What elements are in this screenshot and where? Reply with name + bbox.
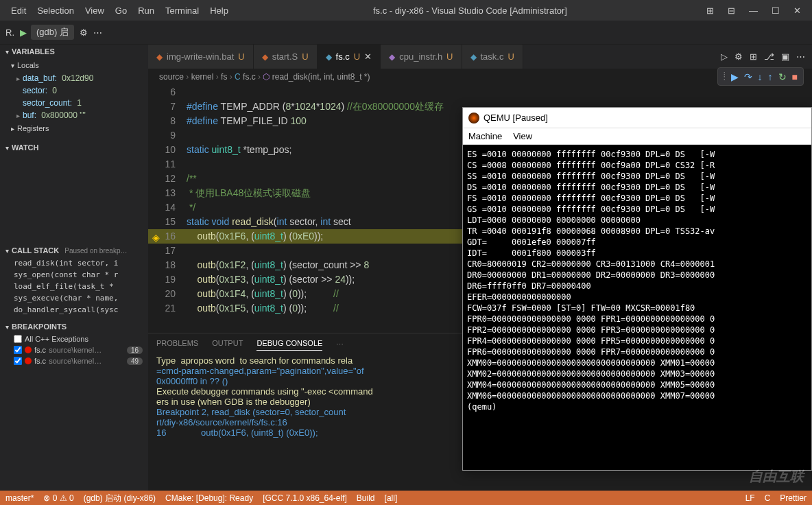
panel-tab-problems[interactable]: PROBLEMS: [156, 339, 198, 351]
status-item[interactable]: Prettier: [780, 493, 807, 503]
qemu-menu-machine[interactable]: Machine: [468, 131, 502, 141]
maximize-icon[interactable]: ☐: [772, 5, 780, 16]
breadcrumb[interactable]: source › kernel › fs › C fs.c › ⬡ read_d…: [148, 69, 812, 85]
menu-terminal[interactable]: Terminal: [160, 5, 204, 16]
step-over-icon[interactable]: ↷: [744, 71, 752, 82]
breakpoint-item[interactable]: fs.c source\kernel…49: [0, 355, 148, 366]
continue-icon[interactable]: ▶: [731, 71, 739, 82]
more-icon[interactable]: ⋯: [796, 51, 805, 62]
breadcrumb-item[interactable]: source: [159, 72, 184, 82]
status-item[interactable]: master*: [5, 493, 34, 503]
breakpoint-allcpp[interactable]: All C++ Exceptions: [0, 333, 148, 344]
grip-icon[interactable]: ⦙: [724, 71, 726, 82]
run-label: R.: [5, 27, 14, 38]
menu-run[interactable]: Run: [132, 5, 160, 16]
close-icon[interactable]: ✕: [793, 5, 801, 16]
menu-view[interactable]: View: [80, 5, 110, 16]
menu-selection[interactable]: Selection: [32, 5, 79, 16]
variable-item[interactable]: ▸buf: 0x800000 "": [0, 109, 148, 121]
statusbar: master*⊗ 0 ⚠ 0(gdb) 启动 (diy-x86)CMake: […: [0, 491, 812, 505]
layout-icon[interactable]: ▣: [781, 51, 789, 62]
status-item[interactable]: LF: [745, 493, 755, 503]
qemu-titlebar[interactable]: QEMU [Paused]: [463, 108, 811, 128]
watch-header[interactable]: ▾WATCH: [0, 141, 148, 154]
status-item[interactable]: [all]: [385, 493, 398, 503]
checkbox[interactable]: [14, 335, 22, 343]
window-controls: ⊞ ⊟ — ☐ ✕: [706, 5, 807, 16]
git-icon[interactable]: ⎇: [764, 51, 774, 62]
more-icon[interactable]: ⋯: [336, 340, 344, 349]
gear-icon[interactable]: ⚙: [80, 27, 88, 38]
panel-tab-debug console[interactable]: DEBUG CONSOLE: [256, 339, 322, 351]
stack-frame[interactable]: sys_open(const char * r: [0, 269, 148, 281]
registers-header[interactable]: ▸Registers: [0, 121, 148, 135]
breadcrumb-item[interactable]: fs: [221, 72, 227, 82]
breadcrumb-item[interactable]: C fs.c: [235, 72, 256, 82]
minimize-icon[interactable]: —: [749, 5, 758, 16]
status-item[interactable]: C: [765, 493, 771, 503]
code-line[interactable]: 6: [148, 85, 812, 99]
debug-config[interactable]: (gdb) 启: [31, 25, 74, 40]
tab-fs.c[interactable]: ◆fs.cU✕: [318, 45, 381, 69]
debug-run-toolbar: R. ▶ (gdb) 启 ⚙ ⋯: [0, 21, 812, 45]
status-item[interactable]: CMake: [Debug]: Ready: [165, 493, 253, 503]
callstack-header[interactable]: ▾CALL STACKPaused on breakp…: [0, 244, 148, 257]
menu-go[interactable]: Go: [110, 5, 132, 16]
tab-actions: ▷ ⚙ ⊞ ⎇ ▣ ⋯: [714, 45, 812, 69]
tab-start.S[interactable]: ◆start.SU: [254, 45, 318, 69]
variables-header[interactable]: ▾VARIABLES: [0, 45, 148, 58]
layout-icon[interactable]: ⊞: [706, 5, 714, 16]
qemu-menubar: Machine View: [463, 128, 811, 145]
breakpoints-header[interactable]: ▾BREAKPOINTS: [0, 320, 148, 333]
menubar: EditSelectionViewGoRunTerminalHelp fs.c …: [0, 0, 812, 21]
tab-img-write-win.bat[interactable]: ◆img-write-win.batU: [148, 45, 254, 69]
stack-frame[interactable]: load_elf_file(task_t *: [0, 281, 148, 292]
stack-frame[interactable]: sys_execve(char * name,: [0, 292, 148, 304]
gear-icon[interactable]: ⚙: [735, 51, 743, 62]
variable-item[interactable]: ▸sector_count: 1: [0, 97, 148, 109]
sidebar: ▾VARIABLES ▾Locals ▸data_buf: 0x12d90 ▸s…: [0, 45, 148, 491]
split-icon[interactable]: ⊞: [750, 51, 757, 62]
variable-item[interactable]: ▸sector: 0: [0, 84, 148, 97]
breadcrumb-item[interactable]: ⬡ read_disk(int, int, uint8_t *): [263, 72, 370, 82]
panel-tab-output[interactable]: OUTPUT: [212, 339, 243, 351]
restart-icon[interactable]: ↻: [778, 71, 787, 82]
layout-icon[interactable]: ⊟: [728, 5, 735, 16]
status-item[interactable]: (gdb) 启动 (diy-x86): [84, 493, 156, 504]
menu-edit[interactable]: Edit: [5, 5, 32, 16]
variable-item[interactable]: ▸data_buf: 0x12d90: [0, 72, 148, 84]
locals-header[interactable]: ▾Locals: [0, 58, 148, 72]
qemu-menu-view[interactable]: View: [513, 131, 532, 141]
debug-floating-toolbar: ⦙ ▶ ↷ ↓ ↑ ↻ ■: [717, 67, 804, 86]
qemu-window: QEMU [Paused] Machine View ES =0010 0000…: [462, 107, 812, 471]
status-item[interactable]: ⊗ 0 ⚠ 0: [43, 493, 73, 503]
breakpoint-item[interactable]: fs.c source\kernel…16: [0, 344, 148, 355]
status-item[interactable]: [GCC 7.1.0 x86_64-elf]: [263, 493, 347, 503]
tabs: ◆img-write-win.batU◆start.SU◆fs.cU✕◆cpu_…: [148, 45, 812, 69]
qemu-icon: [468, 113, 479, 124]
step-out-icon[interactable]: ↑: [768, 71, 773, 82]
menu-help[interactable]: Help: [204, 5, 234, 16]
window-title: fs.c - diy-x86 - Visual Studio Code [Adm…: [234, 5, 706, 16]
breadcrumb-item[interactable]: kernel: [191, 72, 214, 82]
tab-task.c[interactable]: ◆task.cU: [462, 45, 523, 69]
qemu-screen: ES =0010 00000000 ffffffff 00cf9300 DPL=…: [463, 145, 811, 470]
stack-frame[interactable]: read_disk(int sector, i: [0, 257, 148, 269]
debug-icon[interactable]: ▷: [721, 51, 728, 62]
more-icon[interactable]: ⋯: [93, 27, 102, 38]
stack-frame[interactable]: do_handler_syscall(sysc: [0, 304, 148, 316]
play-icon[interactable]: ▶: [20, 27, 27, 38]
status-item[interactable]: Build: [357, 493, 375, 503]
stop-icon[interactable]: ■: [792, 71, 798, 82]
tab-cpu_instr.h[interactable]: ◆cpu_instr.hU: [381, 45, 462, 69]
step-into-icon[interactable]: ↓: [758, 71, 763, 82]
